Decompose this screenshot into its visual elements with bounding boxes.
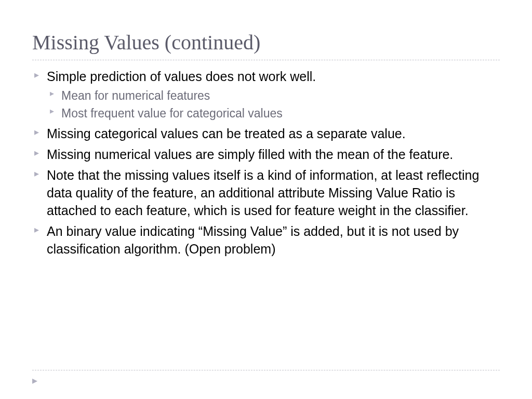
bullet-text: Simple prediction of values does not wor… [47, 69, 316, 84]
slide-nav-icon: ▸ [32, 374, 37, 387]
title-divider [32, 60, 500, 60]
bullet-item: Note that the missing values itself is a… [32, 166, 500, 219]
main-bullet-list: Simple prediction of values does not wor… [32, 68, 500, 258]
sub-bullet-list: Mean for numerical features Most frequen… [47, 87, 500, 122]
sub-bullet-item: Mean for numerical features [47, 87, 500, 104]
bullet-item: Missing numerical values are simply fill… [32, 145, 500, 163]
bullet-item: Missing categorical values can be treate… [32, 125, 500, 142]
sub-bullet-item: Most frequent value for categorical valu… [47, 105, 500, 122]
bottom-divider [32, 370, 500, 370]
bullet-item: Simple prediction of values does not wor… [32, 68, 500, 122]
slide-title: Missing Values (continued) [32, 30, 500, 55]
bullet-item: An binary value indicating “Missing Valu… [32, 222, 500, 258]
